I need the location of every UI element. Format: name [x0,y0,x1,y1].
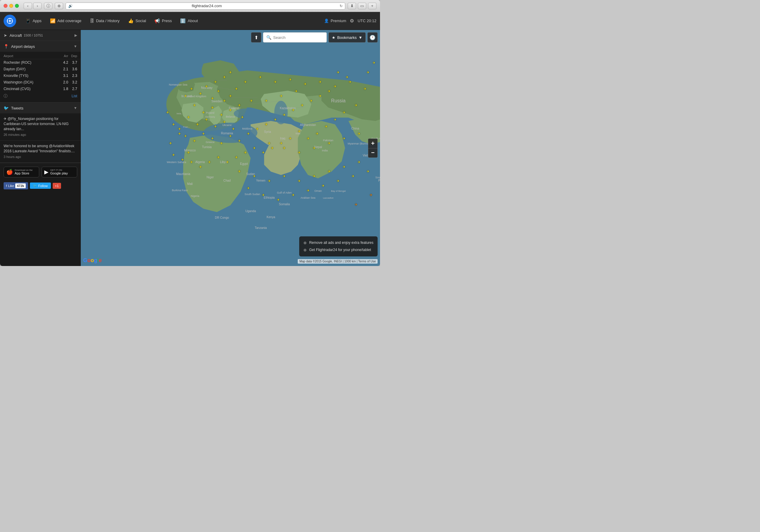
svg-text:Russia: Russia [331,98,346,103]
bookmarks-button[interactable]: ★ Bookmarks ▼ [329,32,366,42]
table-row[interactable]: Dayton (DAY) 2.1 3.6 [0,66,81,73]
info-icon[interactable]: ⓘ [4,93,8,99]
google-plus-button[interactable]: +1 [53,183,61,189]
nav-item-data-history[interactable]: 🗄 Data / History [86,12,124,30]
aircraft-header[interactable]: ➤ Aircraft 1500 / 10751 ▶ [0,30,81,41]
app-store-buttons: 🍎 Download on the App Store ▶ GET IT ON … [0,163,81,181]
map-attribution: Map data ©2015 Google, INEGI | 1000 km |… [298,259,378,264]
fb-count: 472k [15,183,25,188]
promo-ads-icon: ⊗ [304,239,307,246]
svg-text:Afghanistan: Afghanistan [300,123,316,126]
svg-text:Nigeria: Nigeria [191,194,199,198]
bookmarks-label: Bookmarks [337,35,356,40]
svg-text:Syria: Syria [264,130,271,133]
new-tab-icon[interactable]: + [368,3,376,9]
promo-ads-item[interactable]: ⊗ Remove all ads and enjoy extra feature… [304,239,373,246]
facebook-like-button[interactable]: f Like 472k [4,182,28,189]
svg-text:Burkina Faso: Burkina Faso [172,189,188,192]
nav-item-add-coverage[interactable]: 📶 Add coverage [46,12,86,30]
svg-text:Fran...: Fran... [183,126,190,128]
svg-text:Laccadive: Laccadive [323,197,334,199]
svg-text:Belarus: Belarus [226,115,235,118]
svg-text:Greece: Greece [206,141,215,144]
table-row[interactable]: Cincinnati (CVG) 1.8 2.7 [0,85,81,92]
address-bar[interactable]: 🔊 flightradar24.com ↻ [66,2,345,10]
svg-text:Morocco: Morocco [184,149,196,152]
map-center-button[interactable]: ⬆ [251,32,261,42]
list-link[interactable]: List [71,94,77,98]
svg-text:Poland: Poland [206,111,214,114]
nav-item-about[interactable]: ℹ️ About [176,12,202,30]
close-button[interactable] [4,4,8,8]
get-it-label: GET IT ON [50,169,68,171]
google-play-icon: ▶ [44,169,48,175]
svg-text:Iraq: Iraq [280,137,285,140]
zoom-in-button[interactable]: + [368,138,378,148]
zoom-out-button[interactable]: − [368,148,378,158]
premium-button[interactable]: 👤 Premium [324,19,346,23]
svg-text:Philippines: Philippines [378,179,380,182]
maximize-button[interactable] [15,4,19,8]
back-button[interactable]: ‹ [24,3,32,9]
airport-name: Washington (DCA) [4,80,59,84]
nav-item-press[interactable]: 📢 Press [150,12,176,30]
table-row[interactable]: Knoxville (TYS) 3.1 2.3 [0,73,81,79]
search-input[interactable] [273,35,323,40]
twitter-icon: 🐦 [4,106,9,111]
google-play-text: GET IT ON Google play [50,169,68,175]
airport-dep: 3.7 [68,61,77,65]
airport-header-row: Airport Arr Dep [0,53,81,59]
download-icon[interactable]: ⬇ [348,3,356,9]
airport-delays-header[interactable]: 📍 Airport delays ▼ [0,41,81,52]
twitter-follow-button[interactable]: 🐦 Follow [30,182,51,189]
map-promo: ⊗ Remove all ads and enjoy extra feature… [299,236,378,257]
tweets-section: 🐦 Tweets ▼ ✈ @Fly_Norwegian positioning … [0,103,81,163]
nav-item-apps[interactable]: 📱 Apps [21,12,46,30]
info-icon[interactable]: ⓘ [44,3,52,9]
nav-item-social[interactable]: 👍 Social [124,12,150,30]
svg-text:Niger: Niger [207,176,214,179]
map-svg: Norway Sweden Finland Ireland United Kin… [81,30,380,266]
svg-text:Sudan: Sudan [246,172,255,176]
premium-label: Premium [331,19,346,23]
svg-text:Pakistan: Pakistan [323,139,334,142]
nav-about-label: About [188,19,198,23]
table-row[interactable]: Washington (DCA) 2.0 3.2 [0,79,81,85]
google-play-name: Google play [50,171,68,175]
svg-text:Uganda: Uganda [245,210,256,213]
sidebar-toggle-icon[interactable]: ▭ [358,3,366,9]
svg-text:Yemen: Yemen [256,179,265,182]
toolbar-icons: ⓘ ⊕ [44,3,63,9]
tweets-header[interactable]: 🐦 Tweets ▼ [0,103,81,114]
tweet-item[interactable]: We're honored to be among @AviationWeek … [0,141,81,163]
svg-point-25 [234,109,257,119]
settings-icon[interactable]: ⚙ [350,18,354,24]
reload-icon[interactable]: ↻ [340,4,343,8]
data-history-icon: 🗄 [90,18,94,23]
tw-follow-label: Follow [38,184,48,188]
airport-arr: 2.1 [59,67,68,71]
promo-app-item[interactable]: ⊗ Get Flightradar24 for your phone/table… [304,247,373,254]
svg-text:Somalia: Somalia [279,203,290,206]
map-area[interactable]: Norway Sweden Finland Ireland United Kin… [81,30,380,266]
traffic-lights [4,4,19,8]
airport-delays-section: 📍 Airport delays ▼ Airport Arr Dep Roche… [0,41,81,103]
search-box[interactable]: 🔍 [263,32,327,42]
minimize-button[interactable] [9,4,13,8]
app-logo[interactable] [4,15,16,27]
app-store-button[interactable]: 🍎 Download on the App Store [4,167,39,177]
promo-app-icon: ⊗ [304,247,307,254]
nav-items: 📱 Apps 📶 Add coverage 🗄 Data / History 👍… [21,12,324,30]
bookmark-icon[interactable]: ⊕ [55,3,63,9]
history-button[interactable]: 🕐 [367,32,378,42]
tweet-item[interactable]: ✈ @Fly_Norwegian positioning for Caribbe… [0,114,81,141]
nav-press-label: Press [162,19,172,23]
apple-icon: 🍎 [6,169,13,175]
google-play-button[interactable]: ▶ GET IT ON Google play [42,167,77,177]
table-row[interactable]: Rochester (ROC) 4.2 3.7 [0,59,81,66]
svg-text:Kenya: Kenya [266,216,275,219]
browser-window: ‹ › ⓘ ⊕ 🔊 flightradar24.com ↻ ⬇ ▭ + [0,0,380,266]
forward-button[interactable]: › [33,3,42,9]
map-toolbar: ⬆ 🔍 ★ Bookmarks ▼ 🕐 [251,32,378,42]
aircraft-section: ➤ Aircraft 1500 / 10751 ▶ [0,30,81,41]
